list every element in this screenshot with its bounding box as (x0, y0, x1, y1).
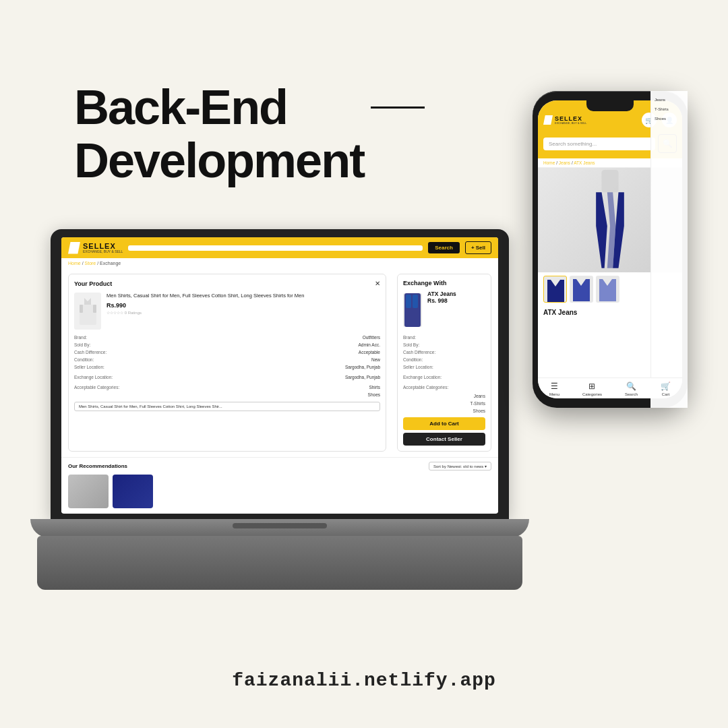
phone-nav-search-label: Search (625, 392, 638, 396)
phone-search-input[interactable]: Search something... (543, 138, 655, 150)
phone-screen: SELLEX EXCHANGE, BUY & SELL 🛒 👤 Search s… (538, 100, 682, 398)
heading-area: Back-End Development (74, 81, 364, 187)
laptop-search-bar[interactable] (128, 245, 423, 251)
browser-navbar: SELLEX EXCHANGE, BUY & SELL Search + Sel… (61, 237, 498, 258)
categories-icon: ⊞ (588, 382, 595, 391)
exchange-product-price: Rs. 998 (427, 297, 456, 304)
product-name: Men Shirts, Casual Shirt for Men, Full S… (107, 293, 304, 300)
phone-categories-sidebar: Jeans T-Shirts Shoes (650, 100, 682, 398)
phone-bottom-nav: ☰ Menu ⊞ Categories 🔍 Search 🛒 Cart (538, 377, 682, 398)
laptop-breadcrumb: Home / Store / Exchange (61, 258, 498, 268)
category-tshirts[interactable]: T-Shirts (655, 106, 682, 113)
page-container: Back-End Development faizanalii.netlify.… (0, 0, 728, 728)
svg-rect-2 (93, 305, 96, 313)
phone-nav-cart-label: Cart (662, 392, 669, 396)
exchange-product-name: ATX Jeans (427, 291, 456, 297)
svg-rect-1 (80, 305, 83, 313)
product-ratings: 0 Ratings (125, 311, 142, 315)
recommendations-title: Our Recommendations (68, 463, 127, 469)
product-price: Rs.990 (107, 302, 304, 309)
heading-line1: Back-End (74, 81, 364, 134)
svg-rect-5 (413, 295, 418, 308)
rec-product-2 (113, 475, 153, 508)
product-select-input[interactable]: Men Shirts, Casual Shirt for Men, Full S… (74, 402, 380, 411)
laptop-logo: SELLEX EXCHANGE, BUY & SELL (68, 242, 123, 254)
sellex-logo-icon (68, 242, 80, 254)
menu-icon: ☰ (551, 382, 558, 391)
your-product-panel: Your Product ✕ (68, 274, 386, 452)
rec-product-1 (68, 475, 109, 508)
exchange-with-panel: Exchange With ATX Jeans (397, 274, 491, 452)
laptop-screen-outer: SELLEX EXCHANGE, BUY & SELL Search + Sel… (51, 229, 509, 519)
phone-nav-menu[interactable]: ☰ Menu (549, 382, 559, 396)
phone-thumb-3[interactable] (596, 276, 619, 303)
exchange-product-image (403, 293, 422, 327)
your-product-header: Your Product ✕ (74, 280, 380, 287)
product-row: Men Shirts, Casual Shirt for Men, Full S… (74, 293, 380, 330)
phone-logo-sub: EXCHANGE, BUY & SELL (555, 122, 587, 125)
laptop-device: SELLEX EXCHANGE, BUY & SELL Search + Sel… (51, 229, 536, 586)
phone-notch (586, 100, 634, 111)
category-shoes[interactable]: Shoes (655, 115, 682, 122)
product-image (74, 293, 101, 330)
footer-url: faizanalii.netlify.app (232, 670, 496, 691)
heading-line2: Development (74, 134, 364, 187)
phone-thumb-1[interactable] (543, 276, 567, 303)
contact-seller-button[interactable]: Contact Seller (403, 433, 485, 446)
exchange-container: Your Product ✕ (61, 268, 498, 457)
phone-outer: SELLEX EXCHANGE, BUY & SELL 🛒 👤 Search s… (533, 91, 688, 408)
laptop-keyboard (37, 536, 522, 590)
exchange-product-details: Brand: Sold By: Cash Difference: Conditi… (403, 334, 485, 415)
phone-sellex-logo-icon (543, 115, 553, 125)
phone-nav-categories[interactable]: ⊞ Categories (582, 382, 602, 396)
your-product-title: Your Product (74, 280, 112, 287)
laptop-base (30, 519, 529, 538)
close-icon[interactable]: ✕ (375, 280, 380, 287)
laptop-search-button[interactable]: Search (428, 242, 460, 253)
category-jeans[interactable]: Jeans (655, 100, 682, 103)
search-nav-icon: 🔍 (626, 382, 636, 391)
phone-nav-cart[interactable]: 🛒 Cart (661, 382, 671, 396)
laptop-screen-inner: SELLEX EXCHANGE, BUY & SELL Search + Sel… (61, 237, 498, 514)
product-details: Brand:Outfitters Sold By:Admin Acc. Cash… (74, 334, 380, 398)
recommendations-section: Our Recommendations Sort by Newest: old … (61, 457, 498, 512)
svg-rect-6 (602, 170, 619, 192)
laptop-sell-button[interactable]: + Sell (465, 241, 491, 254)
exchange-with-title: Exchange With (403, 280, 485, 286)
phone-nav-search[interactable]: 🔍 Search (625, 382, 638, 396)
svg-rect-4 (406, 295, 411, 308)
add-to-cart-button[interactable]: Add to Cart (403, 417, 485, 430)
phone-device: SELLEX EXCHANGE, BUY & SELL 🛒 👤 Search s… (533, 91, 688, 408)
laptop-logo-sub: EXCHANGE, BUY & SELL (83, 250, 123, 253)
sort-dropdown[interactable]: Sort by Newest: old to news ▾ (429, 462, 491, 471)
heading-dash (371, 107, 425, 109)
cart-nav-icon: 🛒 (661, 382, 671, 391)
phone-nav-categories-label: Categories (582, 392, 602, 396)
phone-thumb-2[interactable] (570, 276, 593, 303)
phone-nav-menu-label: Menu (549, 392, 559, 396)
phone-logo: SELLEX EXCHANGE, BUY & SELL (543, 115, 587, 125)
